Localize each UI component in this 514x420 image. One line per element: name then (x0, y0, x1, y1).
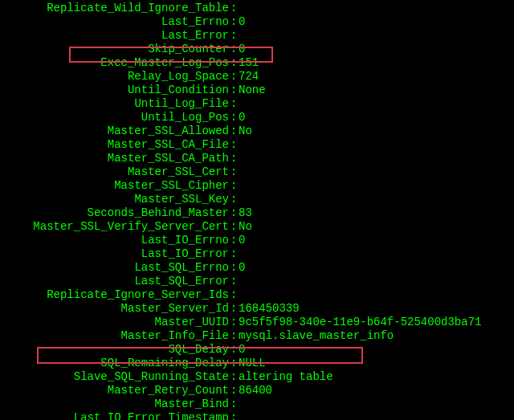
separator: : (229, 152, 239, 165)
separator: : (229, 206, 239, 220)
separator: : (229, 111, 239, 124)
status-row: Last_Errno:0 (0, 15, 514, 29)
status-label: Until_Condition (0, 84, 229, 97)
status-value: altering table (239, 370, 333, 384)
status-label: Master_SSL_Allowed (0, 124, 229, 138)
status-row: Master_Bind: (0, 398, 514, 411)
status-label: Replicate_Ignore_Server_Ids (0, 288, 229, 302)
status-label: Last_Error (0, 29, 229, 43)
status-row: Master_SSL_CA_Path: (0, 152, 514, 165)
status-row: Until_Condition:None (0, 84, 514, 97)
separator: : (229, 384, 239, 398)
status-value: 0 (239, 111, 245, 124)
status-row: Last_SQL_Error: (0, 275, 514, 288)
status-row: Replicate_Ignore_Server_Ids: (0, 288, 514, 302)
status-row: Slave_SQL_Running_State:altering table (0, 370, 514, 384)
status-label: Master_SSL_Cipher (0, 179, 229, 193)
status-label: Last_IO_Error_Timestamp (0, 411, 229, 420)
status-label: Master_Bind (0, 398, 229, 411)
separator: : (229, 165, 239, 179)
status-label: Master_SSL_CA_Path (0, 152, 229, 165)
separator: : (229, 275, 239, 288)
status-row: Master_UUID:9c5f5f98-340e-11e9-b64f-5254… (0, 316, 514, 329)
separator: : (229, 97, 239, 111)
status-label: Seconds_Behind_Master (0, 206, 229, 220)
separator: : (229, 15, 239, 29)
status-row: Master_SSL_Cert: (0, 165, 514, 179)
status-label: Last_IO_Error (0, 247, 229, 261)
status-row: Last_Error: (0, 29, 514, 43)
status-row: Master_SSL_Allowed:No (0, 124, 514, 138)
status-row: Until_Log_Pos:0 (0, 111, 514, 124)
separator: : (229, 234, 239, 247)
status-label: Master_SSL_Cert (0, 165, 229, 179)
status-row: Last_IO_Error_Timestamp: (0, 411, 514, 420)
separator: : (229, 70, 239, 84)
status-label: Master_Retry_Count (0, 384, 229, 398)
separator: : (229, 247, 239, 261)
separator: : (229, 329, 239, 343)
status-row: Last_IO_Error: (0, 247, 514, 261)
status-row: Master_SSL_Verify_Server_Cert:No (0, 220, 514, 234)
status-row: Master_SSL_CA_File: (0, 138, 514, 152)
separator: : (229, 2, 239, 15)
status-label: Master_Info_File (0, 329, 229, 343)
status-value: 0 (239, 15, 245, 29)
status-value: 0 (239, 234, 245, 247)
status-label: Until_Log_File (0, 97, 229, 111)
status-value: 86400 (239, 384, 272, 398)
separator: : (229, 220, 239, 234)
status-label: Master_SSL_CA_File (0, 138, 229, 152)
status-label: Last_IO_Errno (0, 234, 229, 247)
status-row: Relay_Log_Space:724 (0, 70, 514, 84)
separator: : (229, 138, 239, 152)
status-row: Until_Log_File: (0, 97, 514, 111)
status-row: Master_Server_Id:168450339 (0, 302, 514, 316)
separator: : (229, 193, 239, 206)
status-value: 168450339 (239, 302, 300, 316)
status-label: Last_SQL_Errno (0, 261, 229, 275)
status-label: Master_Server_Id (0, 302, 229, 316)
highlight-exec-master-log-pos (69, 47, 273, 63)
status-value: No (239, 220, 252, 234)
separator: : (229, 261, 239, 275)
status-label: Last_SQL_Error (0, 275, 229, 288)
highlight-slave-sql-running-state (37, 347, 363, 364)
status-label: Replicate_Wild_Ignore_Table (0, 2, 229, 15)
status-label: Slave_SQL_Running_State (0, 370, 229, 384)
status-row: Master_Info_File:mysql.slave_master_info (0, 329, 514, 343)
separator: : (229, 29, 239, 43)
status-value: 83 (239, 206, 252, 220)
status-value: mysql.slave_master_info (239, 329, 394, 343)
status-row: Master_SSL_Key: (0, 193, 514, 206)
status-label: Master_SSL_Verify_Server_Cert (0, 220, 229, 234)
status-label: Master_SSL_Key (0, 193, 229, 206)
separator: : (229, 411, 239, 420)
separator: : (229, 124, 239, 138)
status-row: Master_SSL_Cipher: (0, 179, 514, 193)
separator: : (229, 179, 239, 193)
status-row: Seconds_Behind_Master:83 (0, 206, 514, 220)
status-value: 9c5f5f98-340e-11e9-b64f-525400d3ba71 (239, 316, 481, 329)
status-label: Until_Log_Pos (0, 111, 229, 124)
status-value: 724 (239, 70, 259, 84)
status-label: Relay_Log_Space (0, 70, 229, 84)
separator: : (229, 398, 239, 411)
status-row: Replicate_Wild_Ignore_Table: (0, 2, 514, 15)
status-row: Last_IO_Errno:0 (0, 234, 514, 247)
status-row: Last_SQL_Errno:0 (0, 261, 514, 275)
separator: : (229, 302, 239, 316)
status-value: None (239, 84, 266, 97)
status-row: Master_Retry_Count:86400 (0, 384, 514, 398)
status-label: Master_UUID (0, 316, 229, 329)
separator: : (229, 370, 239, 384)
separator: : (229, 316, 239, 329)
status-value: 0 (239, 261, 245, 275)
separator: : (229, 84, 239, 97)
status-value: No (239, 124, 252, 138)
separator: : (229, 288, 239, 302)
status-label: Last_Errno (0, 15, 229, 29)
